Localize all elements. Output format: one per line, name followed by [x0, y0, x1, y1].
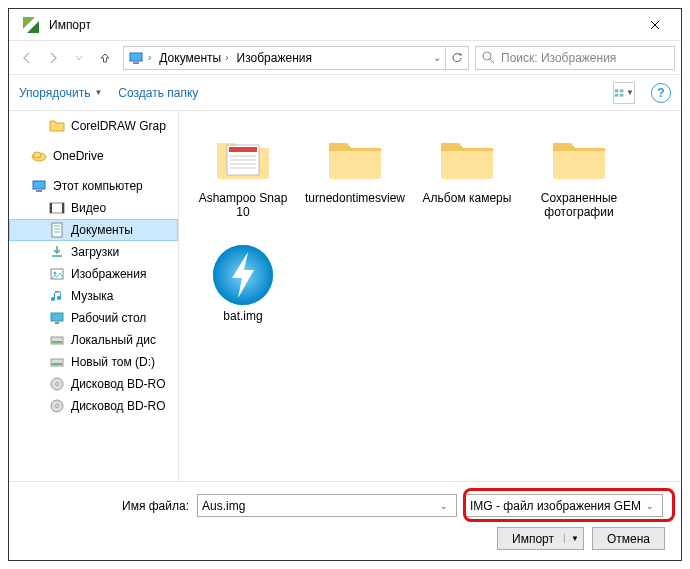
bottom-panel: Имя файла: Aus.img ⌄ IMG - файл изображе… [9, 481, 681, 562]
tree-item-label: Документы [71, 223, 133, 237]
file-label: Ashampoo Snap 10 [195, 191, 291, 220]
svg-rect-25 [52, 363, 62, 365]
tree-item[interactable]: Дисковод BD-RO [9, 373, 178, 395]
tree-item[interactable]: Изображения [9, 263, 178, 285]
file-item[interactable]: Альбом камеры [415, 123, 519, 233]
tree-item[interactable]: Новый том (D:) [9, 351, 178, 373]
file-item[interactable]: bat.img [191, 241, 295, 351]
desktop-icon [49, 310, 65, 326]
file-thumbnail [320, 127, 390, 187]
search-icon [482, 51, 495, 64]
file-label: Альбом камеры [423, 191, 512, 205]
tree-item[interactable]: Документы [9, 219, 178, 241]
dialog-window: Импорт › Документы› Изображения ⌄ Поиск:… [8, 8, 682, 561]
filename-label: Имя файла: [19, 499, 189, 513]
svg-rect-5 [615, 93, 619, 96]
bd-icon [49, 398, 65, 414]
import-dropdown-icon[interactable]: ▼ [564, 534, 579, 543]
file-item[interactable]: turnedontimesview [303, 123, 407, 233]
pc-icon [128, 50, 144, 66]
address-dropdown[interactable]: ⌄ [429, 47, 445, 69]
svg-rect-11 [50, 203, 64, 213]
svg-rect-9 [33, 181, 45, 189]
disk-icon [49, 332, 65, 348]
bd-icon [49, 376, 65, 392]
svg-rect-10 [36, 190, 42, 192]
tree-item-label: Загрузки [71, 245, 119, 259]
command-bar: Упорядочить▼ Создать папку ▼ ? [9, 75, 681, 111]
svg-rect-31 [229, 147, 257, 152]
organize-menu[interactable]: Упорядочить▼ [19, 86, 102, 100]
tree-item[interactable]: Рабочий стол [9, 307, 178, 329]
up-button[interactable] [93, 46, 117, 70]
tree-item-label: Дисковод BD-RO [71, 377, 166, 391]
view-options-button[interactable]: ▼ [613, 82, 635, 104]
svg-rect-4 [620, 89, 624, 92]
file-thumbnail [208, 245, 278, 305]
forward-button[interactable] [41, 46, 65, 70]
svg-rect-3 [615, 89, 619, 92]
onedrive-icon [31, 148, 47, 164]
tree-item[interactable]: Этот компьютер [9, 175, 178, 197]
svg-point-27 [56, 383, 59, 386]
close-button[interactable] [632, 10, 677, 40]
import-button[interactable]: Импорт▼ [497, 527, 584, 550]
app-icon [21, 15, 41, 35]
filetype-dropdown[interactable]: IMG - файл изображения GEM ⌄ [465, 494, 663, 517]
svg-rect-20 [51, 313, 63, 321]
file-label: turnedontimesview [305, 191, 405, 205]
filename-input[interactable]: Aus.img ⌄ [197, 494, 457, 517]
breadcrumb-images[interactable]: Изображения [233, 47, 316, 69]
tree-item[interactable]: CorelDRAW Grap [9, 115, 178, 137]
tree-item[interactable]: Загрузки [9, 241, 178, 263]
svg-rect-0 [130, 53, 142, 61]
file-item[interactable]: Ashampoo Snap 10 [191, 123, 295, 233]
tree-item[interactable]: Видео [9, 197, 178, 219]
cancel-button[interactable]: Отмена [592, 527, 665, 550]
folder-tree[interactable]: CorelDRAW GrapOneDriveЭтот компьютерВиде… [9, 111, 179, 481]
svg-rect-6 [620, 93, 624, 96]
svg-rect-12 [50, 203, 52, 213]
svg-rect-14 [52, 223, 62, 237]
help-button[interactable]: ? [651, 83, 671, 103]
video-icon [49, 200, 65, 216]
disk-icon [49, 354, 65, 370]
svg-point-19 [54, 272, 57, 275]
titlebar: Импорт [9, 9, 681, 41]
folder-icon [49, 118, 65, 134]
tree-item-label: Изображения [71, 267, 146, 281]
chevron-right-icon: › [225, 52, 228, 63]
recent-dropdown[interactable] [67, 46, 91, 70]
back-button[interactable] [15, 46, 39, 70]
breadcrumb-documents[interactable]: Документы› [155, 47, 232, 69]
refresh-button[interactable] [445, 47, 468, 69]
chevron-down-icon: ⌄ [436, 501, 452, 511]
svg-point-8 [33, 152, 41, 158]
file-label: Сохраненные фотографии [531, 191, 627, 220]
music-icon [49, 288, 65, 304]
image-icon [49, 266, 65, 282]
tree-item[interactable]: Дисковод BD-RO [9, 395, 178, 417]
download-icon [49, 244, 65, 260]
chevron-right-icon: › [148, 52, 151, 63]
pc-icon [31, 178, 47, 194]
nav-row: › Документы› Изображения ⌄ Поиск: Изобра… [9, 41, 681, 75]
tree-item[interactable]: Локальный дис [9, 329, 178, 351]
search-input[interactable]: Поиск: Изображения [475, 46, 675, 70]
tree-item-label: Рабочий стол [71, 311, 146, 325]
address-bar[interactable]: › Документы› Изображения ⌄ [123, 46, 469, 70]
file-list[interactable]: Ashampoo Snap 10turnedontimesviewАльбом … [179, 111, 681, 481]
tree-item-label: Видео [71, 201, 106, 215]
breadcrumb-root[interactable]: › [124, 47, 155, 69]
doc-icon [49, 222, 65, 238]
svg-rect-21 [55, 322, 59, 324]
tree-item[interactable]: OneDrive [9, 145, 178, 167]
tree-item-label: Новый том (D:) [71, 355, 155, 369]
tree-item-label: Музыка [71, 289, 113, 303]
window-title: Импорт [49, 18, 632, 32]
svg-rect-23 [52, 341, 62, 343]
file-item[interactable]: Сохраненные фотографии [527, 123, 631, 233]
tree-item[interactable]: Музыка [9, 285, 178, 307]
tree-item-label: CorelDRAW Grap [71, 119, 166, 133]
new-folder-button[interactable]: Создать папку [118, 86, 198, 100]
